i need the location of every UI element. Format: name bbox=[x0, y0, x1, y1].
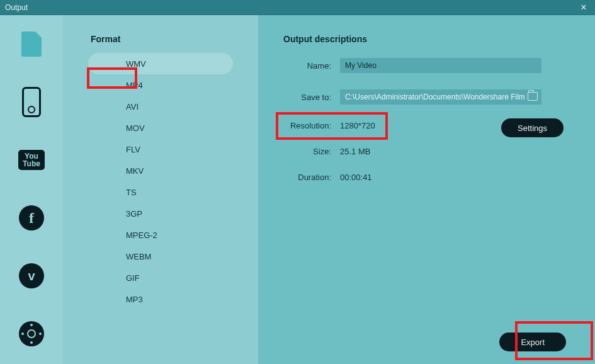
sidebar-item-format[interactable] bbox=[16, 29, 47, 59]
format-list: WMVMP4AVIMOVFLVMKVTS3GPMPEG-2WEBMGIFMP3 bbox=[63, 53, 258, 310]
sidebar: You Tube f v bbox=[0, 15, 63, 364]
window-body: You Tube f v Format WMVMP4AVIMOVFLVMKVTS… bbox=[0, 15, 595, 364]
size-label: Size: bbox=[283, 147, 340, 156]
vimeo-icon: v bbox=[19, 263, 44, 288]
file-icon bbox=[21, 31, 42, 57]
format-item-mpeg-2[interactable]: MPEG-2 bbox=[88, 224, 233, 246]
phone-icon bbox=[22, 87, 41, 117]
format-item-mp4[interactable]: MP4 bbox=[88, 74, 233, 96]
name-label: Name: bbox=[283, 61, 340, 71]
name-value: My Video bbox=[345, 61, 377, 70]
saveto-label: Save to: bbox=[283, 93, 340, 102]
row-duration: Duration: 00:00:41 bbox=[283, 173, 570, 182]
size-value: 25.1 MB bbox=[340, 147, 570, 156]
format-item-ts[interactable]: TS bbox=[88, 181, 233, 203]
format-item-3gp[interactable]: 3GP bbox=[88, 203, 233, 224]
duration-label: Duration: bbox=[283, 173, 340, 182]
row-resolution: Resolution: 1280*720 Settings bbox=[283, 121, 570, 130]
format-item-mp3[interactable]: MP3 bbox=[88, 288, 233, 310]
row-saveto: Save to: C:\Users\Administrator\Document… bbox=[283, 89, 570, 105]
format-item-webm[interactable]: WEBM bbox=[88, 246, 233, 267]
window-title: Output bbox=[5, 3, 28, 12]
format-item-gif[interactable]: GIF bbox=[88, 267, 233, 288]
row-size: Size: 25.1 MB bbox=[283, 147, 570, 156]
format-item-wmv[interactable]: WMV bbox=[88, 53, 233, 74]
youtube-icon: You Tube bbox=[18, 150, 45, 170]
resolution-label: Resolution: bbox=[283, 121, 340, 130]
format-panel: Format WMVMP4AVIMOVFLVMKVTS3GPMPEG-2WEBM… bbox=[63, 15, 258, 364]
saveto-input[interactable]: C:\Users\Administrator\Documents\Wonders… bbox=[340, 89, 541, 105]
sidebar-item-facebook[interactable]: f bbox=[16, 203, 47, 233]
sidebar-item-dvd[interactable] bbox=[16, 319, 47, 349]
format-heading: Format bbox=[63, 34, 258, 53]
disc-icon bbox=[19, 321, 44, 346]
folder-icon[interactable] bbox=[528, 92, 538, 101]
sidebar-item-device[interactable] bbox=[16, 87, 47, 117]
export-button[interactable]: Export bbox=[499, 333, 566, 351]
format-item-mkv[interactable]: MKV bbox=[88, 160, 233, 181]
close-icon[interactable]: × bbox=[577, 2, 590, 13]
format-item-avi[interactable]: AVI bbox=[88, 96, 233, 117]
row-name: Name: My Video bbox=[283, 58, 570, 73]
titlebar: Output × bbox=[0, 0, 595, 15]
duration-value: 00:00:41 bbox=[340, 173, 570, 182]
output-window: Output × You Tube f v bbox=[0, 0, 595, 364]
settings-button[interactable]: Settings bbox=[501, 118, 564, 137]
details-heading: Output descriptions bbox=[283, 34, 570, 58]
saveto-value: C:\Users\Administrator\Documents\Wonders… bbox=[345, 93, 525, 101]
facebook-icon: f bbox=[19, 205, 44, 230]
name-input[interactable]: My Video bbox=[340, 58, 541, 73]
format-item-mov[interactable]: MOV bbox=[88, 117, 233, 139]
format-item-flv[interactable]: FLV bbox=[88, 139, 233, 160]
sidebar-item-youtube[interactable]: You Tube bbox=[16, 145, 47, 175]
sidebar-item-vimeo[interactable]: v bbox=[16, 261, 47, 291]
details-panel: Output descriptions Name: My Video Save … bbox=[258, 15, 595, 364]
